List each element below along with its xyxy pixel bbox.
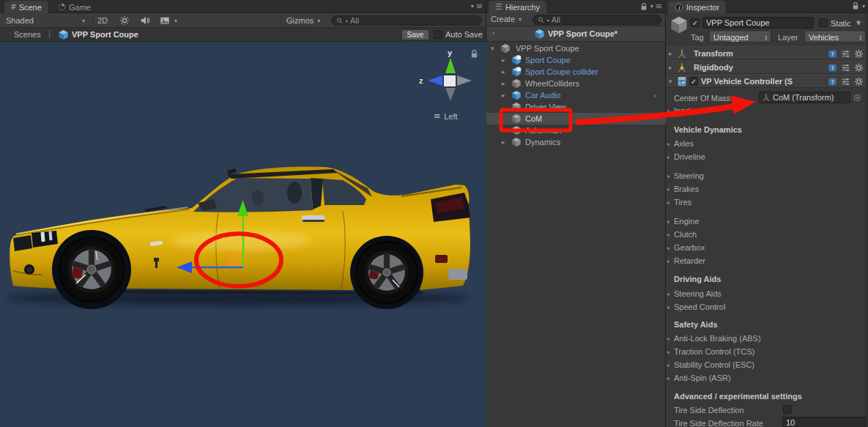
gameobject-cube-icon <box>511 102 522 112</box>
gizmo-center-cube[interactable] <box>444 75 456 86</box>
hamburger-menu-icon[interactable]: ≡ <box>656 1 662 11</box>
gizmos-dropdown[interactable]: Gizmos ▾ <box>286 16 320 25</box>
axis-y-cone[interactable] <box>445 58 456 73</box>
tree-item-sport-coupe-collider[interactable]: ▸ Sport Coupe collider <box>486 66 666 78</box>
auto-save-checkbox[interactable] <box>434 30 442 39</box>
component-header-transform[interactable]: ▸ Transform <box>667 46 866 60</box>
tree-item-driver-view[interactable]: Driver View <box>486 101 666 113</box>
chevron-down-icon[interactable]: ▾ <box>174 18 177 24</box>
object-picker-icon[interactable] <box>854 94 861 101</box>
scene-effects-icon[interactable] <box>160 15 170 26</box>
scene-gizmo-lock-icon[interactable] <box>470 49 479 59</box>
scene-view-toolbar: Shaded ▾ 2D ▾ Gizmos ▾ ▾ <box>0 13 486 28</box>
tree-item-ackerman[interactable]: Ackerman <box>486 125 666 136</box>
foldout-arrow-icon[interactable]: ▸ <box>502 68 505 75</box>
foldout-arrow-icon[interactable]: ▸ <box>669 64 672 71</box>
scene-panel-menu[interactable]: ▾ ≡ <box>471 1 483 11</box>
create-button[interactable]: Create ▾ <box>491 15 522 23</box>
foldout-arrow-icon[interactable]: ▾ <box>669 78 672 85</box>
tree-item-sport-coupe[interactable]: ▸ Sport Coupe <box>486 54 666 66</box>
presets-icon[interactable] <box>841 77 850 86</box>
foldout-axles[interactable]: ▸Axles <box>667 138 694 149</box>
tree-item-car-audio[interactable]: ▸ Car Audio › <box>486 89 666 101</box>
center-of-mass-object-field[interactable]: CoM (Transform) <box>759 92 850 103</box>
breadcrumb-scenes[interactable]: Scenes <box>14 30 41 39</box>
game-icon <box>58 3 66 11</box>
hierarchy-search-input[interactable] <box>552 15 656 24</box>
back-arrow-icon[interactable]: ◀ <box>4 31 10 39</box>
scene-lighting-icon[interactable] <box>119 15 130 26</box>
axis-z-cone[interactable] <box>428 75 442 86</box>
static-dropdown-icon[interactable]: ▼ <box>856 20 861 26</box>
foldout-engine[interactable]: ▸Engine <box>667 216 699 226</box>
settings-gear-icon[interactable] <box>854 49 864 59</box>
foldout-tires[interactable]: ▸Tires <box>667 197 691 207</box>
scene-viewport[interactable]: y z ≡ Left <box>0 42 486 427</box>
tab-hierarchy[interactable]: ☰ Hierarchy <box>489 1 546 13</box>
layer-dropdown[interactable]: Vehicles ▴▾ <box>804 31 866 42</box>
help-icon[interactable] <box>828 49 837 59</box>
axis-cone-right[interactable] <box>457 75 472 86</box>
foldout-steering[interactable]: ▸Steering <box>667 171 704 181</box>
foldout-speed-control[interactable]: ▸Speed Control <box>667 302 725 312</box>
tag-dropdown[interactable]: Untagged ▴▾ <box>709 31 771 42</box>
foldout-asr[interactable]: ▸Anti-Spin (ASR) <box>667 373 731 383</box>
tree-item-com[interactable]: CoM <box>486 113 666 125</box>
hierarchy-scene-header[interactable]: ‹ VPP Sport Coupe* <box>486 26 665 42</box>
component-header-vp-vehicle-controller[interactable]: ▾ ✓ VP Vehicle Controller (S <box>667 74 866 88</box>
foldout-arrow-icon[interactable]: ▸ <box>502 138 505 146</box>
help-icon[interactable] <box>828 77 837 86</box>
foldout-arrow-icon[interactable]: ▸ <box>502 56 505 64</box>
presets-icon[interactable] <box>841 63 850 73</box>
settings-gear-icon[interactable] <box>854 77 864 86</box>
static-checkbox[interactable] <box>819 18 828 27</box>
tire-side-deflection-rate-input[interactable] <box>782 417 866 427</box>
view-orientation-label[interactable]: ≡ Left <box>434 111 458 121</box>
lock-icon[interactable] <box>639 2 648 11</box>
foldout-driveline[interactable]: ▸Driveline <box>667 152 705 162</box>
chevron-down-icon[interactable]: ▾ <box>862 3 865 10</box>
settings-gear-icon[interactable] <box>854 63 864 73</box>
shading-mode-dropdown[interactable]: Shaded ▾ <box>6 16 34 25</box>
foldout-arrow-icon[interactable]: ▸ <box>669 50 672 57</box>
presets-icon[interactable] <box>841 49 850 59</box>
chevron-down-icon: ▾ <box>82 18 85 24</box>
gameobject-big-cube-icon <box>669 15 689 34</box>
foldout-brakes[interactable]: ▸Brakes <box>667 184 699 194</box>
save-button[interactable]: Save <box>401 29 429 40</box>
scene-search-field[interactable]: ▾ <box>331 15 482 26</box>
component-enabled-checkbox[interactable]: ✓ <box>689 77 698 86</box>
object-name-field[interactable] <box>702 17 814 29</box>
back-arrow-icon[interactable]: ‹ <box>492 29 495 37</box>
tab-scene[interactable]: # Scene <box>4 1 48 13</box>
chevron-right-icon[interactable]: › <box>653 91 656 100</box>
tree-item-vpp-sport-coupe[interactable]: ▾ VPP Sport Coupe <box>486 42 666 54</box>
foldout-steering-aids[interactable]: ▸Steering Aids <box>667 289 722 299</box>
2d-toggle-button[interactable]: 2D <box>97 16 108 25</box>
active-checkbox[interactable]: ✓ <box>691 18 700 27</box>
help-icon[interactable] <box>828 63 837 73</box>
tree-item-wheelcolliders[interactable]: ▸ WheelColliders <box>486 78 666 89</box>
scene-search-input[interactable] <box>350 16 477 25</box>
tab-game[interactable]: Game <box>51 1 97 13</box>
foldout-arrow-icon[interactable]: ▸ <box>502 80 505 87</box>
foldout-inertia[interactable]: ▸Inertia <box>667 105 697 116</box>
component-header-rigidbody[interactable]: ▸ Rigidbody <box>667 60 866 74</box>
hierarchy-search-field[interactable]: ▾ <box>533 15 661 25</box>
axis-cone-down[interactable] <box>445 88 456 101</box>
foldout-gearbox[interactable]: ▸Gearbox <box>667 242 705 253</box>
foldout-abs[interactable]: ▸Anti-Lock Braking (ABS) <box>667 333 761 344</box>
foldout-clutch[interactable]: ▸Clutch <box>667 229 697 240</box>
foldout-arrow-icon[interactable]: ▾ <box>491 45 494 52</box>
foldout-esc[interactable]: ▸Stability Control (ESC) <box>667 360 754 370</box>
foldout-tcs[interactable]: ▸Traction Control (TCS) <box>667 346 754 357</box>
tree-item-dynamics[interactable]: ▸ Dynamics <box>486 136 666 148</box>
foldout-arrow-icon[interactable]: ▸ <box>502 92 505 99</box>
tire-side-deflection-checkbox[interactable] <box>783 405 792 414</box>
scene-audio-icon[interactable] <box>140 15 150 26</box>
lock-icon[interactable] <box>851 1 860 10</box>
foldout-retarder[interactable]: ▸Retarder <box>667 256 705 266</box>
layer-label: Layer <box>778 33 798 42</box>
chevron-down-icon[interactable]: ▾ <box>650 3 653 10</box>
tab-inspector[interactable]: Inspector <box>668 1 726 13</box>
